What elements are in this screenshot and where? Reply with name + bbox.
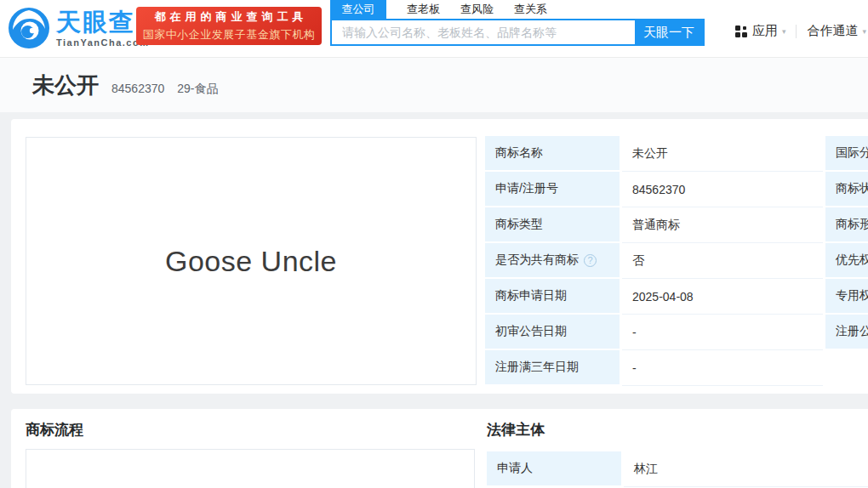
tianyancha-trademark-page: { "brand": { "name": "天眼查", "domain": "T… <box>0 0 868 488</box>
help-icon[interactable]: ? <box>584 254 597 267</box>
trademark-process-title: 商标流程 <box>26 420 83 440</box>
chevron-down-icon: ▾ <box>862 27 866 36</box>
table-row: 注册满三年日期 - <box>485 350 868 386</box>
partner-channel-menu[interactable]: 合作通道 ▾ <box>807 23 866 39</box>
tab-relation[interactable]: 查关系 <box>514 2 547 17</box>
tianyancha-logo[interactable]: 天眼查 TianYanCha.com <box>9 8 149 48</box>
row-value: 2025-04-08 <box>622 279 823 315</box>
apps-grid-icon <box>734 25 748 38</box>
table-row: 是否为共有商标 ? 否 优先权 <box>485 243 868 279</box>
partner-label: 合作通道 <box>807 23 858 39</box>
legal-entity-title: 法律主体 <box>487 420 545 440</box>
promo-badge-line2: 国家中小企业发展子基金旗下机构 <box>136 27 322 43</box>
process-legal-card: 商标流程 法律主体 申请人 林江 <box>11 409 868 488</box>
row-label2: 国际分 <box>825 136 868 172</box>
trademark-overview-card: Goose Uncle 商标名称 未公开 国际分 申请/注册号 84562370… <box>11 119 868 394</box>
row-label2: 专用权 <box>825 279 868 315</box>
search-tabs: 查公司 查老板 查风险 查关系 <box>330 0 705 19</box>
row-value: - <box>622 350 823 386</box>
table-row: 申请人 林江 <box>487 451 868 487</box>
promo-badge: 都在用的商业查询工具 国家中小企业发展子基金旗下机构 <box>136 7 322 45</box>
search-area: 查公司 查老板 查风险 查关系 天眼一下 <box>330 0 705 46</box>
trademark-process-box <box>26 449 475 488</box>
row-label: 商标类型 <box>485 207 620 243</box>
legal-entity-table: 申请人 林江 <box>487 451 868 487</box>
row-value: 林江 <box>624 451 868 487</box>
row-label2: 优先权 <box>825 243 868 279</box>
apps-menu[interactable]: 应用 ▾ <box>734 23 786 39</box>
header-right-nav: 应用 ▾ 合作通道 ▾ <box>734 23 866 39</box>
tab-boss[interactable]: 查老板 <box>407 2 440 17</box>
row-label2: 商标形 <box>825 207 868 243</box>
page-content: Goose Uncle 商标名称 未公开 国际分 申请/注册号 84562370… <box>0 112 868 488</box>
row-label2: 商标状 <box>825 172 868 207</box>
search-button[interactable]: 天眼一下 <box>635 20 703 44</box>
trademark-image: Goose Uncle <box>26 137 477 385</box>
table-row: 商标名称 未公开 国际分 <box>485 136 868 172</box>
row-label: 是否为共有商标 ? <box>485 243 620 279</box>
row-label: 商标名称 <box>485 136 620 172</box>
table-row: 申请/注册号 84562370 商标状 <box>485 172 868 207</box>
trademark-info-table: 商标名称 未公开 国际分 申请/注册号 84562370 商标状 商标类型 普通… <box>485 136 868 386</box>
search-box: 天眼一下 <box>330 19 705 46</box>
row-value: 否 <box>622 243 823 279</box>
header-divider <box>796 25 797 38</box>
row-value: 84562370 <box>622 172 823 207</box>
row-value: 普通商标 <box>622 207 823 243</box>
table-row: 商标申请日期 2025-04-08 专用权 <box>485 279 868 315</box>
tianyancha-logo-icon <box>9 8 49 48</box>
row-label-text: 是否为共有商标 <box>495 253 579 268</box>
top-header: 天眼查 TianYanCha.com 都在用的商业查询工具 国家中小企业发展子基… <box>0 0 868 58</box>
chevron-down-icon: ▾ <box>782 27 786 36</box>
row-label: 申请人 <box>487 451 621 487</box>
page-title-band: 未公开 84562370 29-食品 <box>0 58 868 112</box>
row-value: - <box>622 315 823 350</box>
promo-badge-line1: 都在用的商业查询工具 <box>136 9 322 25</box>
title-row: 未公开 84562370 29-食品 <box>32 71 219 100</box>
row-label: 商标申请日期 <box>485 279 620 315</box>
page-title: 未公开 <box>32 71 99 100</box>
trademark-category: 29-食品 <box>177 82 218 97</box>
registration-number: 84562370 <box>111 82 164 95</box>
row-label2: 注册公 <box>825 315 868 350</box>
tab-company[interactable]: 查公司 <box>330 0 386 19</box>
row-label: 初审公告日期 <box>485 315 620 350</box>
row-value: 未公开 <box>622 136 823 172</box>
tab-risk[interactable]: 查风险 <box>460 2 494 17</box>
apps-label: 应用 <box>752 23 778 39</box>
row-label: 注册满三年日期 <box>485 350 620 386</box>
table-row: 商标类型 普通商标 商标形 <box>485 207 868 243</box>
search-input[interactable] <box>332 20 635 44</box>
row-label: 申请/注册号 <box>485 172 620 207</box>
trademark-image-text: Goose Uncle <box>165 245 337 278</box>
table-row: 初审公告日期 - 注册公 <box>485 315 868 350</box>
